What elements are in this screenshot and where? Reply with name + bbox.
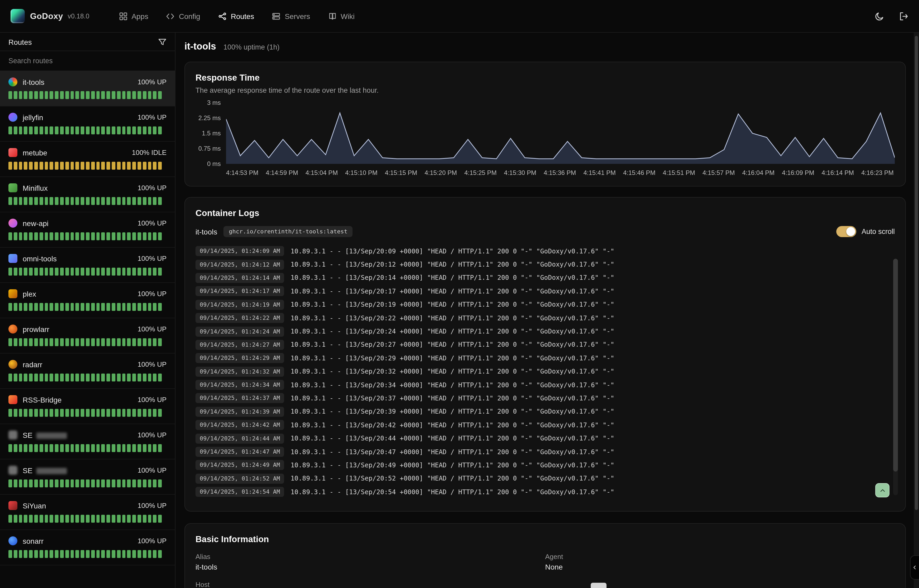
uptime-bar [8, 373, 12, 381]
nav-item-wiki[interactable]: Wiki [328, 12, 355, 20]
uptime-bar [132, 515, 136, 523]
uptime-bar [34, 126, 38, 134]
uptime-bar [81, 480, 84, 487]
uptime-bar [50, 197, 53, 205]
x-tick-label: 4:15:15 PM [385, 169, 417, 176]
uptime-bar [158, 515, 162, 523]
route-list-item[interactable]: plex 100% UP [0, 283, 175, 318]
uptime-bar [137, 373, 141, 381]
uptime-bar [34, 515, 38, 523]
uptime-bar [50, 126, 53, 134]
uptime-bar [34, 480, 38, 487]
uptime-bar [112, 338, 115, 346]
uptime-bar [86, 550, 90, 558]
route-status: 100% UP [137, 325, 166, 333]
route-list-item[interactable]: omni-tools 100% UP [0, 248, 175, 283]
uptime-bar [55, 91, 58, 99]
uptime-bar [65, 515, 69, 523]
auto-scroll-toggle[interactable] [836, 226, 856, 237]
log-message: 10.89.3.1 - - [13/Sep/20:27 +0000] "HEAD… [291, 341, 614, 349]
uptime-bar [153, 515, 157, 523]
uptime-bar [117, 91, 120, 99]
filter-icon[interactable] [158, 38, 166, 46]
route-status: 100% UP [137, 431, 166, 439]
servers-icon [272, 12, 281, 20]
metube-icon [8, 148, 18, 157]
logs-scrollbar[interactable] [893, 259, 898, 496]
log-message: 10.89.3.1 - - [13/Sep/20:49 +0000] "HEAD… [291, 462, 614, 469]
uptime-bar [60, 233, 64, 240]
uptime-bar [158, 338, 162, 346]
uptime-bar [14, 338, 18, 346]
route-name: prowlarr [23, 325, 49, 333]
log-message: 10.89.3.1 - - [13/Sep/20:17 +0000] "HEAD… [291, 288, 614, 295]
logout-icon[interactable] [899, 11, 908, 21]
nav-label: Wiki [341, 12, 355, 20]
route-status: 100% UP [137, 290, 166, 298]
uptime-bar [122, 197, 126, 205]
uptime-bar [24, 233, 27, 240]
uptime-bar [55, 233, 58, 240]
page-scrollbar[interactable] [914, 33, 919, 588]
uptime-bar [29, 444, 33, 452]
route-list-item[interactable]: sonarr 100% UP [0, 530, 175, 565]
route-list-item[interactable]: metube 100% IDLE [0, 142, 175, 177]
info-value: None [545, 563, 895, 572]
uptime-bar [50, 91, 53, 99]
y-tick-label: 1.5 ms [202, 129, 221, 137]
uptime-bar [81, 444, 84, 452]
log-row: 09/14/2025, 01:24:14 AM 10.89.3.1 - - [1… [195, 271, 895, 285]
uptime-bar [96, 550, 100, 558]
nav-item-config[interactable]: Config [166, 12, 200, 20]
route-list-item[interactable]: new-api 100% UP [0, 212, 175, 248]
uptime-bar [19, 233, 23, 240]
uptime-bar [112, 480, 115, 487]
route-list-item[interactable]: SE 100% UP [0, 424, 175, 459]
x-tick-label: 4:15:25 PM [464, 169, 497, 176]
route-list-item[interactable]: Miniflux 100% UP [0, 177, 175, 212]
uptime-label: 100% uptime (1h) [223, 43, 279, 51]
uptime-bar [40, 409, 43, 417]
uptime-bar [117, 409, 120, 417]
scroll-to-top-button[interactable] [875, 483, 890, 498]
route-list-item[interactable]: radarr 100% UP [0, 354, 175, 389]
uptime-bar [60, 515, 64, 523]
nav-item-servers[interactable]: Servers [272, 12, 310, 20]
search-input[interactable] [0, 51, 175, 71]
route-item-header: prowlarr 100% UP [8, 325, 166, 333]
uptime-bar [153, 303, 157, 311]
uptime-bar [55, 197, 58, 205]
uptime-bar [122, 233, 126, 240]
route-list-item[interactable]: jellyfin 100% UP [0, 107, 175, 142]
uptime-bar [29, 197, 33, 205]
uptime-bar [142, 268, 146, 276]
route-list-item[interactable]: prowlarr 100% UP [0, 318, 175, 354]
log-timestamp: 09/14/2025, 01:24:34 AM [195, 380, 284, 390]
uptime-bar [117, 197, 120, 205]
route-list-item[interactable]: SiYuan 100% UP [0, 495, 175, 530]
uptime-bar [70, 409, 74, 417]
uptime-bar [122, 373, 126, 381]
uptime-bar [81, 126, 84, 134]
route-name: omni-tools [23, 254, 57, 263]
collapse-panel-tab[interactable] [910, 555, 919, 580]
route-list-item[interactable]: RSS-Bridge 100% UP [0, 389, 175, 424]
log-timestamp: 09/14/2025, 01:24:27 AM [195, 340, 284, 350]
uptime-bar [122, 409, 126, 417]
uptime-bar [86, 303, 90, 311]
app-window: GoDoxy v0.18.0 Apps Config Routes [0, 0, 919, 588]
log-list[interactable]: 09/14/2025, 01:24:09 AM 10.89.3.1 - - [1… [195, 244, 895, 499]
nav-item-apps[interactable]: Apps [119, 12, 149, 20]
uptime-bar [148, 233, 152, 240]
page-scrollbar-thumb[interactable] [915, 36, 918, 510]
uptime-bar [122, 480, 126, 487]
uptime-bar [122, 550, 126, 558]
uptime-bar [127, 197, 131, 205]
route-list-item[interactable]: it-tools 100% UP [0, 71, 175, 107]
theme-toggle-moon-icon[interactable] [875, 11, 884, 21]
route-list-item[interactable]: SE 100% UP [0, 459, 175, 495]
nav-item-routes[interactable]: Routes [218, 12, 254, 20]
uptime-bar [81, 373, 84, 381]
uptime-bar [153, 480, 157, 487]
logs-scrollbar-thumb[interactable] [893, 259, 898, 472]
